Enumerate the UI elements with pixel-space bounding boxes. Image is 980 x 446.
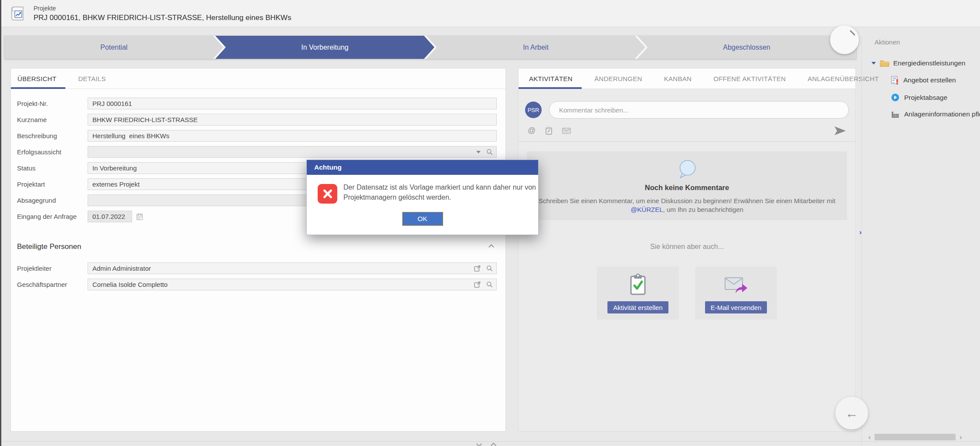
scrollbar-thumb[interactable] [875, 434, 956, 440]
phase-in-arbeit[interactable]: In Arbeit [426, 36, 645, 59]
eingang-date-input[interactable] [88, 211, 132, 222]
email-icon[interactable] [562, 128, 571, 134]
dialog-titlebar: Achtung [307, 160, 538, 175]
action-angebot-erstellen[interactable]: Angebot erstellen [891, 76, 980, 85]
calendar-icon[interactable] [136, 213, 143, 220]
dialog-message: Der Datensatz ist als Vorlage markiert u… [343, 182, 536, 202]
send-email-button[interactable]: E-Mail versenden [705, 301, 767, 313]
folder-label: Energiedienstleistungen [893, 59, 965, 67]
composer-toolbar: @ [528, 126, 846, 135]
create-activity-button[interactable]: Aktivität erstellen [607, 301, 668, 313]
form-row-projektleiter: Projektleiter [17, 262, 497, 274]
form-row-geschaeftspartner: Geschäftspartner [17, 279, 497, 290]
search-icon[interactable] [486, 265, 493, 272]
horizontal-scrollbar[interactable]: ‹ › [868, 433, 977, 441]
send-comment-icon[interactable] [834, 126, 846, 135]
app-header: Projekte PRJ 0000161, BHKW FRIEDRICH-LIS… [1, 0, 980, 27]
projekt-nr-input[interactable] [88, 98, 497, 109]
field-label: Erfolgsaussicht [17, 148, 88, 156]
tab-aktivitaeten[interactable]: AKTIVITÄTEN [519, 68, 582, 89]
bottom-collapse-controls [477, 442, 495, 446]
overview-panel: ÜBERSICHT DETAILS Projekt-Nr. Kurzname B… [10, 68, 506, 432]
form-row-projekt-nr: Projekt-Nr. [17, 98, 497, 109]
activity-clipboard-icon [628, 273, 648, 296]
tree-collapse-caret-icon[interactable] [871, 62, 876, 65]
no-comments-description: Schreiben Sie einen Kommentar, um eine D… [533, 197, 841, 214]
field-label: Eingang der Anfrage [17, 213, 88, 220]
erfolgsaussicht-input[interactable] [88, 146, 497, 158]
dropdown-caret-icon[interactable] [476, 151, 481, 153]
phase-in-vorbereitung[interactable]: In Vorbereitung [215, 36, 434, 59]
avatar: PSR [525, 102, 542, 118]
achtung-dialog: Achtung Der Datensatz ist als Vorlage ma… [306, 160, 539, 235]
divider [519, 141, 855, 142]
scroll-left-icon[interactable]: ‹ [868, 434, 871, 441]
field-label: Beschreibung [17, 132, 88, 140]
field-label: Projekt-Nr. [17, 100, 88, 107]
tab-kanban[interactable]: KANBAN [658, 68, 701, 89]
no-comments-title: Noch keine Kommentare [645, 184, 729, 192]
ok-button[interactable]: OK [402, 212, 443, 226]
mention-icon[interactable]: @ [528, 126, 536, 135]
field-label: Kurzname [17, 116, 88, 123]
tab-aenderungen[interactable]: ÄNDERUNGEN [588, 68, 651, 89]
tab-offene-aktivitaeten[interactable]: OFFENE AKTIVITÄTEN [707, 68, 795, 89]
actions-title: Aktionen [868, 38, 980, 46]
comment-composer: PSR [525, 101, 849, 119]
bottom-divider [0, 441, 980, 442]
action-projektabsage[interactable]: Projektabsage [891, 93, 980, 102]
action-anlageninformationen[interactable]: Anlageninformationen pfle [891, 110, 980, 118]
speech-bubble-icon [676, 159, 698, 179]
slash-icon [850, 30, 855, 35]
open-record-icon[interactable] [474, 265, 481, 272]
folder-icon [880, 60, 889, 67]
offer-document-icon [891, 76, 899, 85]
chevron-up-icon[interactable] [491, 443, 496, 446]
beschreibung-input[interactable] [88, 130, 497, 142]
corner-collapse-handle[interactable] [830, 25, 859, 54]
collapse-panel-button[interactable]: ← [835, 397, 868, 429]
suggestions-heading: Sie können aber auch... [519, 243, 855, 251]
tab-uebersicht[interactable]: ÜBERSICHT [11, 68, 65, 89]
activities-panel: AKTIVITÄTEN ÄNDERUNGEN KANBAN OFFENE AKT… [518, 68, 856, 432]
field-label: Absagegrund [17, 197, 88, 204]
suggestions-row: Aktivität erstellen E-Mail versenden [519, 266, 855, 320]
expand-sidebar-icon[interactable]: › [859, 228, 861, 236]
panel-splitter[interactable] [861, 36, 862, 446]
scroll-right-icon[interactable]: › [960, 434, 962, 441]
form-row-kurzname: Kurzname [17, 114, 497, 126]
open-record-icon[interactable] [474, 281, 481, 288]
create-activity-card: Aktivität erstellen [597, 266, 679, 320]
section-collapse-icon[interactable] [488, 244, 494, 250]
phase-bar: Potential In Vorbereitung In Arbeit Abge… [4, 36, 856, 59]
tab-details[interactable]: DETAILS [71, 68, 115, 89]
field-label: Projektleiter [17, 265, 88, 272]
geschaeftspartner-input[interactable] [88, 279, 497, 290]
field-label: Projektart [17, 180, 88, 188]
projektleiter-input[interactable] [88, 262, 497, 274]
phase-abgeschlossen[interactable]: Abgeschlossen [637, 36, 856, 59]
app-label: Projekte [34, 5, 291, 12]
form-row-beschreibung: Beschreibung [17, 130, 497, 142]
task-clipboard-icon[interactable] [546, 127, 552, 135]
error-icon [318, 184, 337, 204]
search-icon[interactable] [486, 281, 493, 288]
send-email-card: E-Mail versenden [695, 266, 777, 320]
email-forward-icon [724, 273, 748, 296]
field-label: Geschäftspartner [17, 281, 88, 288]
chevron-down-icon[interactable] [476, 441, 482, 446]
actions-folder-energiedienstleistungen[interactable]: Energiedienstleistungen [871, 59, 980, 67]
left-arrow-icon: ← [845, 406, 858, 421]
search-icon[interactable] [486, 149, 493, 155]
mention-kuerzel-link[interactable]: @KÜRZEL [631, 206, 663, 213]
dialog-body: Der Datensatz ist als Vorlage markiert u… [307, 175, 538, 235]
section-title: Beteiligte Personen [17, 242, 81, 251]
beteiligte-personen-section-header: Beteiligte Personen [17, 242, 493, 251]
factory-icon [891, 111, 899, 118]
no-comments-card: Noch keine Kommentare Schreiben Sie eine… [527, 151, 847, 220]
comment-input[interactable] [549, 101, 849, 119]
kurzname-input[interactable] [88, 114, 497, 126]
record-title: PRJ 0000161, BHKW FRIEDRICH-LIST-STRASSE… [34, 14, 291, 22]
actions-panel: Aktionen Energiedienstleistungen Angebot… [868, 38, 980, 118]
phase-potential[interactable]: Potential [4, 36, 224, 59]
